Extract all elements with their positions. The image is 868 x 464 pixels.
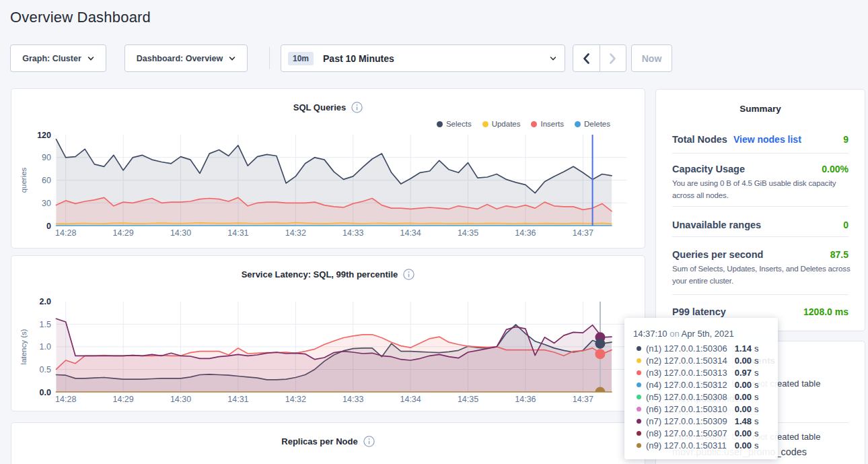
summary-row-value: 0 [843,220,848,230]
sql-queries-plot[interactable]: 030609012014:2814:2914:3014:3114:3214:33… [11,89,646,248]
tooltip-node-label: (n2) 127.0.0.1:50314 [646,356,727,366]
tooltip-node-row: (n3) 127.0.0.1:503130.97s [633,366,760,378]
tooltip-node-value: 0.97 [735,368,752,378]
series-dot-icon [637,407,641,411]
svg-text:14:30: 14:30 [170,395,191,404]
summary-row-description: You are using 0 B of 4.5 GiB usable disk… [672,178,848,201]
svg-text:14:37: 14:37 [573,395,593,404]
svg-text:14:33: 14:33 [342,395,363,404]
tooltip-node-row: (n2) 127.0.0.1:503140.00s [633,354,760,366]
svg-text:14:31: 14:31 [227,228,248,238]
svg-text:14:30: 14:30 [170,228,191,238]
svg-text:1.5: 1.5 [40,320,51,329]
tooltip-node-label: (n7) 127.0.0.1:50309 [646,416,727,426]
chart-title-replicas-per-node: Replicas per Node [281,436,357,446]
tooltip-node-label: (n1) 127.0.0.1:50306 [646,343,727,354]
svg-text:latency (s): latency (s) [20,329,28,364]
sql-queries-chart-card: SQL Queries SelectsUpdatesInsertsDeletes… [11,88,645,248]
svg-text:90: 90 [42,153,51,162]
dashboard-dropdown-label: Dashboard: Overview [137,54,223,63]
tooltip-node-value: 0.00 [735,356,752,366]
svg-text:14:29: 14:29 [112,228,133,238]
summary-divider [672,294,848,295]
page-title: Overview Dashboard [10,9,151,26]
chevron-left-icon [583,53,590,64]
summary-row-label: Unavailable ranges [672,220,761,230]
toolbar-divider [269,47,270,69]
tooltip-node-row: (n8) 127.0.0.1:503070.00s [633,427,760,439]
tooltip-node-row: (n9) 127.0.0.1:503110.00s [633,439,760,451]
tooltip-node-label: (n6) 127.0.0.1:50310 [646,404,727,414]
tooltip-node-unit: s [754,380,760,390]
series-dot-icon [637,419,641,424]
tooltip-node-unit: s [754,404,760,414]
svg-text:14:34: 14:34 [400,395,421,404]
tooltip-node-label: (n3) 127.0.0.1:50313 [646,368,727,378]
now-button[interactable]: Now [631,44,672,72]
svg-text:14:28: 14:28 [55,395,76,404]
tooltip-node-unit: s [754,416,760,426]
summary-row: Unavailable ranges0 [672,220,848,230]
svg-text:14:36: 14:36 [515,228,536,238]
svg-text:queries: queries [20,167,28,193]
chevron-down-icon [229,55,236,62]
tooltip-node-unit: s [754,392,760,402]
time-range-label: Past 10 Minutes [323,53,394,64]
series-dot-icon [637,431,641,436]
summary-row-value: 9 [843,134,848,145]
svg-text:0.0: 0.0 [40,388,51,397]
tooltip-node-row: (n5) 127.0.0.1:503080.00s [633,391,760,403]
tooltip-node-label: (n5) 127.0.0.1:50308 [646,392,727,402]
tooltip-node-label: (n8) 127.0.0.1:50307 [646,428,727,438]
tooltip-node-value: 1.14 [735,343,752,354]
tooltip-node-row: (n6) 127.0.0.1:503100.00s [633,403,760,415]
svg-text:1.0: 1.0 [40,342,51,352]
time-next-button[interactable] [600,45,626,71]
time-range-dropdown[interactable]: 10m Past 10 Minutes [281,44,565,72]
graph-scope-dropdown[interactable]: Graph: Cluster [10,44,106,72]
svg-text:14:32: 14:32 [285,395,306,404]
series-dot-icon [637,395,641,399]
summary-row-value: 1208.0 ms [803,306,848,317]
tooltip-node-label: (n9) 127.0.0.1:50311 [646,440,727,451]
svg-text:14:35: 14:35 [458,395,478,404]
tooltip-node-row: (n1) 127.0.0.1:503061.14s [633,342,760,354]
series-dot-icon [637,443,641,448]
summary-row-value: 87.5 [830,249,848,260]
svg-text:14:28: 14:28 [55,228,76,238]
summary-row-label: Capacity Usage [672,164,745,174]
dashboard-dropdown[interactable]: Dashboard: Overview [124,44,248,72]
svg-text:14:33: 14:33 [342,228,363,238]
svg-text:2.0: 2.0 [40,297,51,306]
tooltip-node-unit: s [754,343,760,354]
service-latency-plot[interactable]: 0.00.51.01.52.014:2814:2914:3014:3114:32… [11,256,646,411]
tooltip-node-value: 0.00 [735,428,752,438]
summary-divider [672,206,848,207]
tooltip-node-value: 0.00 [735,440,752,451]
summary-divider [672,236,848,237]
svg-text:14:37: 14:37 [573,228,593,238]
tooltip-node-row: (n7) 127.0.0.1:503091.48s [633,415,760,427]
svg-text:14:35: 14:35 [458,228,478,238]
svg-text:0: 0 [46,222,51,231]
time-prev-button[interactable] [573,45,600,71]
tooltip-node-unit: s [754,356,760,366]
svg-text:14:29: 14:29 [112,395,133,404]
svg-text:120: 120 [37,131,51,140]
chevron-down-icon [87,55,94,62]
tooltip-node-value: 0.00 [735,380,752,390]
series-dot-icon [637,358,641,363]
info-circle-icon[interactable] [363,436,375,447]
chart-hover-tooltip: 14:37:10 on Apr 5th, 2021 (n1) 127.0.0.1… [624,318,778,459]
series-dot-icon [637,383,641,387]
summary-row-label: Queries per second [672,249,763,260]
service-latency-chart-card: Service Latency: SQL, 99th percentile 0.… [11,255,645,411]
series-dot-icon [637,370,641,375]
view-nodes-list-link[interactable]: View nodes list [733,134,801,145]
summary-divider [672,153,848,154]
svg-text:14:32: 14:32 [285,228,306,238]
tooltip-node-value: 0.00 [735,392,752,402]
svg-text:0.5: 0.5 [40,365,51,374]
summary-row-description: Sum of Selects, Updates, Inserts, and De… [672,263,848,287]
summary-row-value: 0.00% [822,164,848,174]
